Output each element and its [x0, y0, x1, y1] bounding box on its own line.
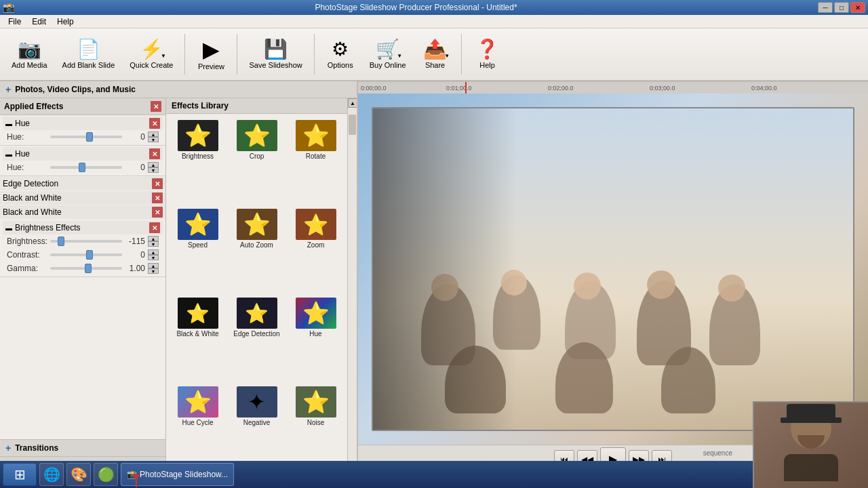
start-button[interactable]: ⊞ — [3, 463, 37, 486]
hue-1-slider-thumb[interactable] — [86, 132, 93, 142]
applied-effects-close[interactable]: ✕ — [151, 101, 161, 112]
effect-hue-cycle[interactable]: ⭐ Hue Cycle — [169, 383, 226, 470]
brightness-remove-btn[interactable]: ✕ — [149, 222, 160, 233]
gamma-slider-thumb[interactable] — [85, 264, 92, 273]
effect-zoom-thumb: ⭐ — [296, 209, 336, 240]
effect-rotate[interactable]: ⭐ Rotate — [287, 117, 344, 204]
window-controls[interactable]: ─ □ ✕ — [818, 2, 865, 13]
transitions-label: Transitions — [15, 443, 58, 453]
buy-online-button[interactable]: 🛒 ▼ Buy Online — [363, 31, 412, 77]
gamma-spin-down[interactable]: ▼ — [148, 268, 159, 274]
quick-create-button[interactable]: ⚡ ▼ Quick Create — [123, 31, 179, 77]
contrast-slider-track[interactable] — [50, 253, 122, 256]
scroll-up-btn[interactable]: ▲ — [348, 98, 357, 108]
menu-help[interactable]: Help — [52, 16, 79, 28]
add-media-button[interactable]: 📷 Add Media — [5, 31, 54, 77]
preview-image — [358, 94, 868, 445]
add-blank-slide-button[interactable]: 📄 Add Blank Slide — [56, 31, 121, 77]
bw-2-remove-btn[interactable]: ✕ — [152, 207, 163, 218]
menu-file[interactable]: File — [3, 16, 26, 28]
menu-edit[interactable]: Edit — [26, 16, 52, 28]
bw-2-row: Black and White ✕ — [0, 205, 165, 219]
panel-expand-icon[interactable]: + — [5, 84, 11, 95]
effects-library-panel: Effects Library ⭐ Brightness ⭐ — [166, 98, 347, 473]
brightness-slider-thumb[interactable] — [58, 237, 64, 246]
transitions-expand-icon[interactable]: + — [5, 443, 11, 453]
hue-1-spin[interactable]: ▲ ▼ — [148, 131, 159, 142]
webcam-feed — [754, 403, 868, 488]
effect-noise[interactable]: ⭐ Noise — [287, 383, 344, 470]
effects-library-title: Effects Library — [172, 101, 229, 110]
bw-1-remove-btn[interactable]: ✕ — [152, 192, 163, 203]
effect-rotate-thumb: ⭐ — [296, 120, 336, 151]
effect-negative[interactable]: ✦ Negative — [228, 383, 285, 470]
hue-2-slider-track[interactable] — [50, 166, 122, 169]
gamma-slider-track[interactable] — [50, 267, 122, 270]
effect-speed-name: Speed — [188, 241, 208, 249]
effect-noise-thumb: ⭐ — [296, 386, 336, 418]
taskbar-app-btn[interactable]: 🟢 — [94, 463, 118, 486]
taskbar-browser-btn[interactable]: 🌐 — [39, 463, 64, 486]
hue-2-spin-down[interactable]: ▼ — [148, 167, 159, 173]
effect-negative-thumb: ✦ — [237, 386, 277, 418]
preview-playhead — [465, 82, 467, 94]
brightness-spin-up[interactable]: ▲ — [148, 236, 159, 241]
hue-1-slider-row: Hue: 0 ▲ ▼ — [3, 130, 163, 144]
bw-1-label: Black and White — [3, 193, 62, 203]
brightness-slider-track[interactable] — [50, 240, 122, 243]
gamma-spin[interactable]: ▲ ▼ — [148, 263, 159, 274]
effects-library-scrollbar[interactable]: ▲ ▼ — [347, 98, 357, 473]
effect-edge-detection[interactable]: ⭐ Edge Detection — [228, 294, 285, 382]
applied-effect-hue-1: ▬ Hue ✕ Hue: 0 ▲ — [0, 115, 165, 146]
bw-2-label: Black and White — [3, 207, 62, 217]
brightness-spin[interactable]: ▲ ▼ — [148, 236, 159, 247]
effect-speed[interactable]: ⭐ Speed — [169, 205, 226, 293]
share-button[interactable]: 📤 ▼ Share — [415, 31, 456, 77]
contrast-slider-thumb[interactable] — [86, 250, 93, 260]
minimize-button[interactable]: ─ — [818, 2, 833, 13]
contrast-spin-up[interactable]: ▲ — [148, 249, 159, 255]
close-button[interactable]: ✕ — [850, 2, 865, 13]
brightness-slider-label: Brightness: — [7, 237, 47, 246]
hue-2-remove-btn[interactable]: ✕ — [149, 148, 160, 159]
effect-hue-cycle-name: Hue Cycle — [182, 419, 213, 426]
save-slideshow-button[interactable]: 💾 Save Slideshow — [243, 31, 308, 77]
hue-2-slider-thumb[interactable] — [79, 163, 85, 172]
options-button[interactable]: ⚙ Options — [320, 31, 361, 77]
hue-1-spin-down[interactable]: ▼ — [148, 137, 159, 142]
hue-1-remove-btn[interactable]: ✕ — [149, 118, 160, 129]
brightness-spin-down[interactable]: ▼ — [148, 241, 159, 247]
brightness-effects-header: ▬ Brightness Effects ✕ — [3, 221, 163, 235]
effect-hue[interactable]: ⭐ Hue — [287, 294, 344, 382]
effect-noise-name: Noise — [307, 419, 325, 426]
separator-4 — [461, 34, 462, 75]
effect-bw-name: Black & White — [176, 330, 218, 338]
effect-bw[interactable]: ⭐ Black & White — [169, 294, 226, 382]
contrast-spin[interactable]: ▲ ▼ — [148, 249, 159, 260]
hue-1-slider-track[interactable] — [50, 136, 122, 138]
edge-detection-remove-btn[interactable]: ✕ — [152, 178, 163, 189]
effect-crop[interactable]: ⭐ Crop — [228, 117, 285, 204]
scroll-handle[interactable] — [349, 115, 356, 135]
hue-1-spin-up[interactable]: ▲ — [148, 131, 159, 137]
effect-zoom[interactable]: ⭐ Zoom — [287, 205, 344, 293]
hue-2-spin-up[interactable]: ▲ — [148, 162, 159, 167]
effect-brightness[interactable]: ⭐ Brightness — [169, 117, 226, 204]
share-label: Share — [425, 61, 445, 69]
webcam-overlay — [753, 401, 868, 488]
help-button[interactable]: ❓ Help — [467, 31, 508, 77]
gamma-spin-up[interactable]: ▲ — [148, 263, 159, 268]
menu-bar: File Edit Help — [0, 15, 868, 28]
photo-frame — [372, 107, 854, 431]
taskbar-paint-btn[interactable]: 🎨 — [66, 463, 91, 486]
transitions-section[interactable]: + Transitions — [0, 439, 165, 456]
panel-title: Photos, Video Clips, and Music — [15, 85, 136, 94]
maximize-button[interactable]: □ — [834, 2, 849, 13]
app-icon: 📸 — [3, 2, 14, 13]
preview-button[interactable]: ▶ Preview — [191, 31, 231, 77]
hue-2-label: Hue — [15, 149, 30, 159]
hue-2-spin[interactable]: ▲ ▼ — [148, 162, 159, 173]
effect-auto-zoom[interactable]: ⭐ Auto Zoom — [228, 205, 285, 293]
separator-3 — [314, 34, 315, 75]
contrast-spin-down[interactable]: ▼ — [148, 255, 159, 260]
